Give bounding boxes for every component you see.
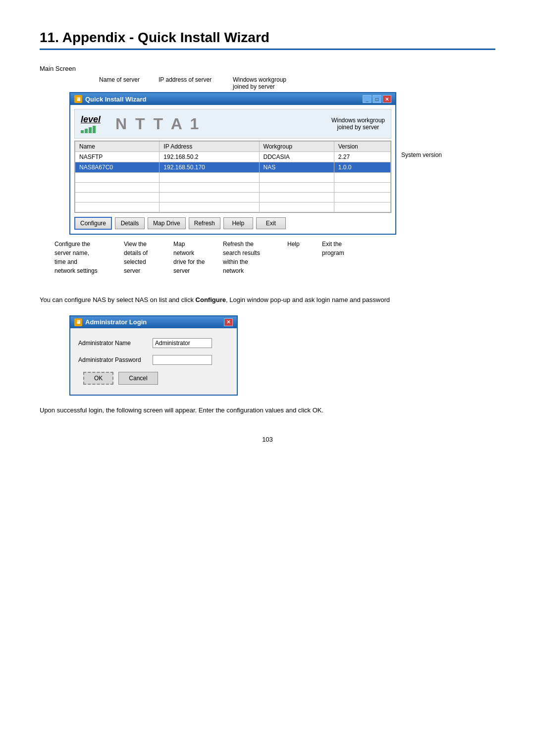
close-btn[interactable]: ✕: [382, 95, 391, 103]
admin-buttons: OK Cancel: [78, 372, 229, 385]
wizard-section: Name of server IP address of server Wind…: [40, 76, 495, 285]
admin-password-input[interactable]: [153, 355, 212, 365]
admin-name-label: Administrator Name: [78, 340, 148, 347]
col-workgroup: Workgroup: [259, 142, 334, 152]
ip-address-callout: IP address of server: [159, 76, 233, 90]
para1: You can configure NAS by select NAS on l…: [40, 295, 495, 305]
para2: Upon successful login, the following scr…: [40, 405, 495, 416]
cell-version-1: 2.27: [334, 152, 390, 162]
title-underline: [40, 49, 495, 50]
details-button[interactable]: Details: [115, 217, 145, 229]
table-row[interactable]: [75, 202, 391, 212]
wizard-title: Quick Install Wizard: [85, 96, 146, 103]
map-drive-button[interactable]: Map Drive: [148, 217, 186, 229]
admin-title: Administrator Login: [85, 318, 147, 326]
wizard-table: Name IP Address Workgroup Version NASFTP…: [75, 141, 391, 212]
callout-exit: Exit the program: [322, 240, 372, 275]
admin-login-window: 🖥 Administrator Login ✕ Administrator Na…: [69, 315, 238, 396]
col-version: Version: [334, 142, 390, 152]
admin-cancel-button[interactable]: Cancel: [118, 372, 158, 385]
page-number: 103: [40, 436, 495, 443]
cell-name-2: NAS8A67C0: [75, 162, 160, 173]
cell-workgroup-1: DDCASIA: [259, 152, 334, 162]
callout-help: Help: [287, 240, 322, 275]
configure-button[interactable]: Configure: [74, 217, 112, 230]
callout-configure: Configure the server name, time and netw…: [54, 240, 124, 275]
callout-details: View the details of selected server: [124, 240, 173, 275]
wizard-window: 🖥 Quick Install Wizard _ □ ✕ level: [69, 92, 396, 235]
cell-version-2: 1.0.0: [334, 162, 390, 173]
callout-map: Map network drive for the server: [173, 240, 223, 275]
admin-close-btn[interactable]: ✕: [224, 318, 233, 326]
admin-ok-button[interactable]: OK: [83, 372, 113, 385]
bar4: [93, 126, 96, 133]
minimize-btn[interactable]: _: [363, 95, 372, 103]
help-button[interactable]: Help: [223, 217, 253, 229]
wizard-buttons: Configure Details Map Drive Refresh Help…: [74, 217, 391, 230]
nas-logo: N T T A 1: [115, 115, 201, 133]
page-title: 11. Appendix - Quick Install Wizard: [40, 30, 495, 46]
col-ip: IP Address: [160, 142, 259, 152]
col-name: Name: [75, 142, 160, 152]
admin-icon: 🖥: [74, 318, 82, 326]
cell-ip-1: 192.168.50.2: [160, 152, 259, 162]
admin-name-input[interactable]: [153, 338, 212, 348]
refresh-button[interactable]: Refresh: [189, 217, 220, 229]
admin-name-row: Administrator Name: [78, 338, 229, 348]
table-row[interactable]: [75, 173, 391, 183]
system-version-callout: System version: [401, 151, 442, 158]
wizard-icon: 🖥: [74, 95, 82, 103]
cell-ip-2: 192.168.50.170: [160, 162, 259, 173]
header-info: Windows workgroup joined by server: [331, 117, 385, 131]
name-of-server-callout: Name of server: [99, 76, 159, 90]
logo-text: level: [81, 114, 101, 125]
maximize-btn[interactable]: □: [373, 95, 381, 103]
bar1: [81, 130, 84, 133]
table-row[interactable]: [75, 183, 391, 193]
windows-workgroup-callout: Windows workgroup joined by server: [233, 76, 302, 90]
wizard-titlebar: 🖥 Quick Install Wizard _ □ ✕: [70, 93, 395, 105]
table-row[interactable]: NASFTP 192.168.50.2 DDCASIA 2.27: [75, 152, 391, 162]
admin-titlebar: 🖥 Administrator Login ✕: [70, 316, 237, 328]
admin-password-row: Administrator Password: [78, 355, 229, 365]
table-row[interactable]: NAS8A67C0 192.168.50.170 NAS 1.0.0: [75, 162, 391, 173]
main-screen-label: Main Screen: [40, 65, 495, 72]
table-row[interactable]: [75, 193, 391, 202]
table-header-row: Name IP Address Workgroup Version: [75, 142, 391, 152]
bar2: [85, 129, 88, 133]
logo-area: level: [81, 114, 101, 133]
cell-workgroup-2: NAS: [259, 162, 334, 173]
logo-bars: [81, 126, 96, 133]
exit-button[interactable]: Exit: [256, 217, 286, 229]
wizard-table-container: Name IP Address Workgroup Version NASFTP…: [74, 141, 391, 213]
bar3: [89, 127, 92, 133]
cell-name-1: NASFTP: [75, 152, 160, 162]
admin-password-label: Administrator Password: [78, 356, 148, 363]
callout-refresh: Refresh the search results within the ne…: [223, 240, 287, 275]
wizard-header: level N T T A 1 Windows workgroup joined…: [74, 109, 391, 139]
